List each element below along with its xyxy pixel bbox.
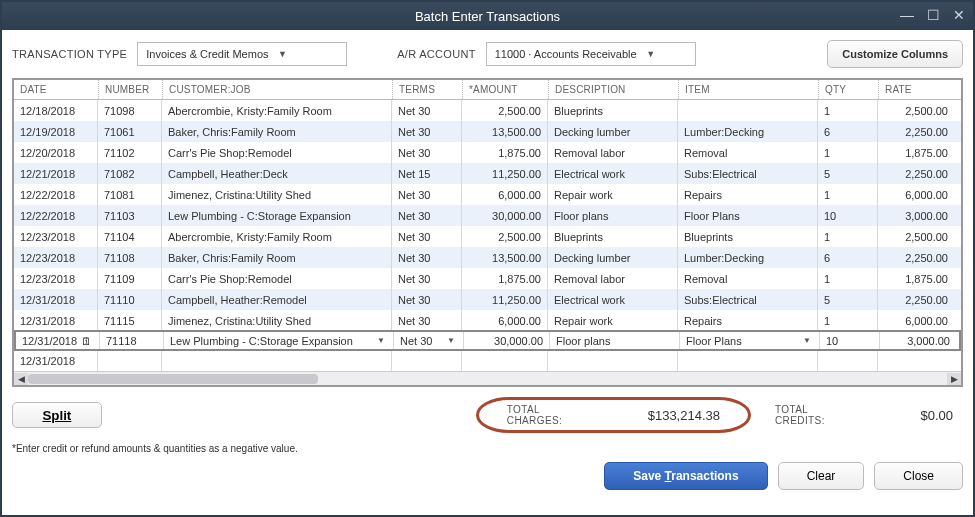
cell[interactable]: 12/22/2018	[14, 205, 98, 226]
cell[interactable]: Campbell, Heather:Remodel	[162, 289, 392, 310]
scroll-right-arrow[interactable]: ▶	[947, 373, 961, 385]
cell[interactable]: 12/31/2018	[14, 289, 98, 310]
cell[interactable]: 6,000.00	[462, 310, 548, 331]
cell[interactable]: 71103	[98, 205, 162, 226]
col-header-number[interactable]: NUMBER	[98, 80, 162, 99]
cell[interactable]: Decking lumber	[548, 121, 678, 142]
cell[interactable]: 6,000.00	[878, 184, 954, 205]
cell[interactable]: Lumber:Decking	[678, 247, 818, 268]
col-header-rate[interactable]: RATE	[878, 80, 954, 99]
cell[interactable]: Net 30	[392, 268, 462, 289]
cell[interactable]: 30,000.00	[462, 205, 548, 226]
cell[interactable]: 2,250.00	[878, 247, 954, 268]
cell[interactable]: Carr's Pie Shop:Remodel	[162, 268, 392, 289]
cell[interactable]: Electrical work	[548, 163, 678, 184]
cell[interactable]: 12/23/2018	[14, 247, 98, 268]
col-header-terms[interactable]: TERMS	[392, 80, 462, 99]
horizontal-scrollbar[interactable]: ◀ ▶	[14, 371, 961, 385]
cell[interactable]: 2,500.00	[878, 226, 954, 247]
chevron-down-icon[interactable]: ▼	[801, 336, 813, 345]
save-transactions-button[interactable]: Save Transactions	[604, 462, 767, 490]
table-row[interactable]: 12/22/201871081Jimenez, Cristina:Utility…	[14, 184, 961, 205]
cell[interactable]: Abercrombie, Kristy:Family Room	[162, 100, 392, 121]
cell[interactable]: 71102	[98, 142, 162, 163]
cell[interactable]: Floor Plans	[678, 205, 818, 226]
cell[interactable]: 12/31/2018	[14, 310, 98, 331]
cell[interactable]: Lumber:Decking	[678, 121, 818, 142]
cell[interactable]: 6	[818, 121, 878, 142]
cell[interactable]: 71081	[98, 184, 162, 205]
table-row[interactable]: 12/31/2018	[14, 350, 961, 371]
cell[interactable]: Electrical work	[548, 289, 678, 310]
cell[interactable]: 13,500.00	[462, 121, 548, 142]
cell[interactable]: Carr's Pie Shop:Remodel	[162, 142, 392, 163]
cell[interactable]: 2,500.00	[462, 100, 548, 121]
cell[interactable]: Net 30	[392, 100, 462, 121]
cell[interactable]: Removal labor	[548, 268, 678, 289]
cell[interactable]: 11,250.00	[462, 289, 548, 310]
cell[interactable]: 71082	[98, 163, 162, 184]
table-row[interactable]: 12/19/201871061Baker, Chris:Family RoomN…	[14, 121, 961, 142]
cell[interactable]: 10	[820, 332, 880, 349]
cell[interactable]: 71109	[98, 268, 162, 289]
cell[interactable]	[462, 350, 548, 371]
cell[interactable]: Net 30	[392, 142, 462, 163]
cell[interactable]: Campbell, Heather:Deck	[162, 163, 392, 184]
cell[interactable]: 12/23/2018	[14, 226, 98, 247]
cell[interactable]: Net 30	[392, 121, 462, 142]
cell[interactable]: 1	[818, 184, 878, 205]
cell[interactable]: Baker, Chris:Family Room	[162, 247, 392, 268]
cell[interactable]	[678, 350, 818, 371]
cell[interactable]	[162, 350, 392, 371]
col-header-customer[interactable]: CUSTOMER:JOB	[162, 80, 392, 99]
cell[interactable]: Jimenez, Cristina:Utility Shed	[162, 184, 392, 205]
date-field[interactable]: 12/31/2018	[22, 335, 79, 347]
cell[interactable]: Repairs	[678, 184, 818, 205]
cell[interactable]: 2,250.00	[878, 163, 954, 184]
cell[interactable]: Repair work	[548, 184, 678, 205]
cell[interactable]: 1,875.00	[462, 142, 548, 163]
cell[interactable]: Blueprints	[548, 100, 678, 121]
cell[interactable]: 3,000.00	[880, 332, 956, 349]
cell[interactable]: 1	[818, 100, 878, 121]
cell[interactable]: 10	[818, 205, 878, 226]
cell[interactable]: 1	[818, 226, 878, 247]
ar-account-combo[interactable]: 11000 · Accounts Receivable ▼	[486, 42, 696, 66]
close-window-button[interactable]: ✕	[951, 8, 967, 22]
table-row[interactable]: 12/23/201871109Carr's Pie Shop:RemodelNe…	[14, 268, 961, 289]
cell[interactable]: 11,250.00	[462, 163, 548, 184]
cell[interactable]: Baker, Chris:Family Room	[162, 121, 392, 142]
cell[interactable]: 6	[818, 247, 878, 268]
cell[interactable]: Net 30	[392, 247, 462, 268]
cell[interactable]: Net 30▼	[394, 332, 464, 349]
cell[interactable]	[98, 350, 162, 371]
cell[interactable]	[678, 100, 818, 121]
cell[interactable]: 5	[818, 163, 878, 184]
cell[interactable]: 1	[818, 142, 878, 163]
cell[interactable]: Net 15	[392, 163, 462, 184]
col-header-date[interactable]: DATE	[14, 80, 98, 99]
table-row[interactable]: 12/31/2018🗓71118Lew Plumbing - C:Storage…	[14, 330, 961, 351]
cell[interactable]: Repairs	[678, 310, 818, 331]
col-header-item[interactable]: ITEM	[678, 80, 818, 99]
cell[interactable]	[392, 350, 462, 371]
cell[interactable]: Net 30	[392, 184, 462, 205]
col-header-qty[interactable]: QTY	[818, 80, 878, 99]
chevron-down-icon[interactable]: ▼	[445, 336, 457, 345]
cell[interactable]: 12/23/2018	[14, 268, 98, 289]
table-row[interactable]: 12/31/201871115Jimenez, Cristina:Utility…	[14, 310, 961, 331]
cell[interactable]: Jimenez, Cristina:Utility Shed	[162, 310, 392, 331]
cell[interactable]: 1	[818, 268, 878, 289]
table-row[interactable]: 12/21/201871082Campbell, Heather:DeckNet…	[14, 163, 961, 184]
calendar-icon[interactable]: 🗓	[79, 335, 93, 347]
col-header-description[interactable]: DESCRIPTION	[548, 80, 678, 99]
split-button[interactable]: Split	[12, 402, 102, 428]
cell[interactable]: Net 30	[392, 205, 462, 226]
cell[interactable]: Blueprints	[548, 226, 678, 247]
table-row[interactable]: 12/31/201871110Campbell, Heather:Remodel…	[14, 289, 961, 310]
cell[interactable]: 13,500.00	[462, 247, 548, 268]
minimize-button[interactable]: —	[899, 8, 915, 22]
cell[interactable]: 71115	[98, 310, 162, 331]
cell[interactable]: Removal	[678, 268, 818, 289]
transaction-type-combo[interactable]: Invoices & Credit Memos ▼	[137, 42, 347, 66]
